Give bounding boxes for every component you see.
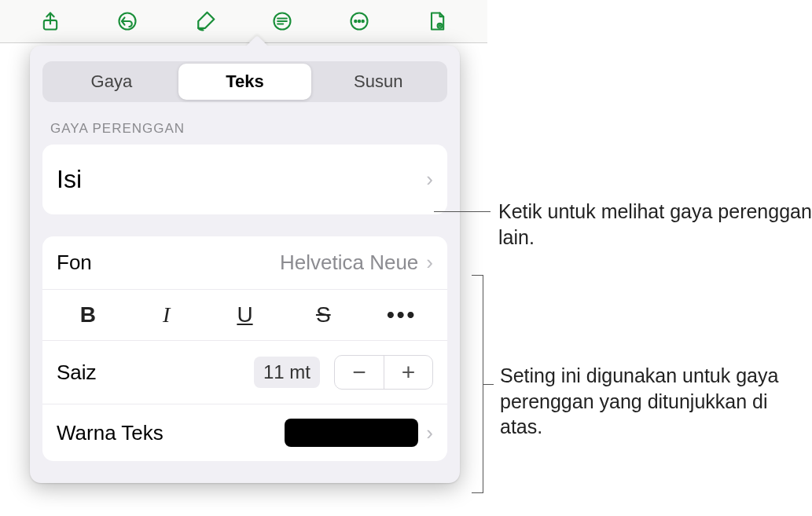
paragraph-style-value: Isi — [57, 165, 82, 194]
callout-paragraph-style: Ketik untuk melihat gaya perenggan lain. — [498, 199, 812, 250]
paragraph-style-card: Isi › — [42, 145, 447, 214]
svg-point-11 — [439, 25, 440, 26]
chevron-right-icon: › — [426, 421, 433, 445]
chevron-right-icon: › — [426, 167, 433, 192]
italic-button[interactable]: I — [127, 302, 206, 328]
chevron-right-icon: › — [426, 251, 433, 275]
size-stepper: − + — [334, 355, 433, 390]
tab-gaya[interactable]: Gaya — [45, 64, 178, 100]
tab-teks[interactable]: Teks — [178, 64, 312, 100]
text-color-swatch[interactable] — [285, 419, 418, 447]
size-label: Saiz — [57, 360, 97, 385]
format-brush-icon[interactable] — [189, 5, 221, 37]
callout-bracket — [472, 492, 483, 493]
format-tabs: Gaya Teks Susun — [42, 61, 447, 102]
callout-bracket — [472, 275, 483, 276]
text-color-row[interactable]: Warna Teks › — [42, 404, 447, 461]
share-icon[interactable] — [35, 5, 66, 37]
bold-button[interactable]: B — [49, 302, 127, 328]
callout-line — [434, 211, 491, 212]
size-increase-button[interactable]: + — [384, 356, 432, 389]
svg-point-9 — [362, 20, 364, 22]
size-decrease-button[interactable]: − — [335, 356, 384, 389]
strikethrough-button[interactable]: S — [284, 302, 362, 328]
tab-susun[interactable]: Susun — [311, 64, 445, 100]
text-style-row: B I U S ••• — [42, 289, 447, 340]
toolbar — [0, 0, 487, 43]
svg-point-8 — [358, 20, 360, 22]
format-popover: Gaya Teks Susun GAYA PERENGGAN Isi › Fon… — [30, 46, 460, 483]
font-row[interactable]: Fon Helvetica Neue › — [42, 236, 447, 289]
underline-button[interactable]: U — [206, 302, 285, 328]
paragraph-style-row[interactable]: Isi › — [42, 145, 447, 214]
text-color-label: Warna Teks — [57, 421, 164, 445]
callout-bracket — [483, 384, 494, 385]
size-row: Saiz 11 mt − + — [42, 340, 447, 404]
callout-settings: Seting ini digunakan untuk gaya perengga… — [500, 363, 799, 440]
more-styles-button[interactable]: ••• — [362, 302, 441, 328]
more-icon[interactable] — [344, 5, 375, 37]
section-label-paragraph-style: GAYA PERENGGAN — [50, 121, 447, 137]
size-value[interactable]: 11 mt — [254, 357, 320, 388]
font-label: Fon — [57, 251, 92, 275]
svg-point-7 — [355, 20, 357, 22]
text-settings-card: Fon Helvetica Neue › B I U S ••• Saiz 11… — [42, 236, 447, 461]
insert-icon[interactable] — [266, 5, 298, 37]
font-value: Helvetica Neue — [280, 251, 418, 275]
undo-icon[interactable] — [112, 5, 143, 37]
read-mode-icon[interactable] — [421, 5, 453, 37]
